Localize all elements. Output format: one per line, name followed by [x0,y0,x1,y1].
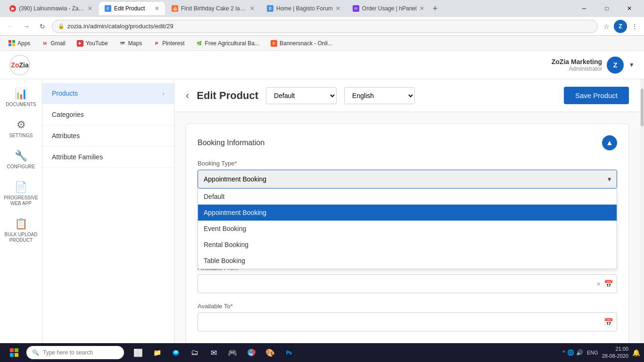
dropdown-option-event[interactable]: Event Booking [198,221,617,237]
user-avatar[interactable]: Z [607,57,624,74]
start-button[interactable] [4,344,25,361]
taskbar-right: ^ 🌐 🔊 ENG 21:00 28-08-2020 🔔 [562,346,640,360]
back-button[interactable]: ‹ [186,90,189,102]
collapse-button[interactable]: ▲ [602,135,617,150]
tab-favicon-4: B [267,5,273,12]
volume-icon[interactable]: 🔊 [576,349,583,356]
save-product-button[interactable]: Save Product [564,87,629,104]
tab-favicon-2: E [105,5,111,12]
sidebar-item-attribute-families[interactable]: Attribute Families [42,147,174,168]
bulk-upload-icon: 📋 [15,218,27,230]
calendar-icon[interactable]: 📅 [604,280,613,288]
sidebar-item-attributes[interactable]: Attributes [42,125,174,147]
bookmark-bannersnack[interactable]: B Bannersnack - Onli... [268,39,335,48]
bookmark-pinterest[interactable]: P Pinterest [150,39,187,48]
refresh-btn[interactable]: ↻ [36,20,49,33]
url-bar[interactable]: 🔒 zozia.in/admin/catalog/products/edit/2… [52,20,598,33]
taskbar-search-input[interactable] [43,349,118,356]
dropdown-option-table[interactable]: Table Booking [198,253,617,269]
configure-icon: 🔧 [15,150,27,162]
minimize-btn[interactable]: ─ [573,0,595,17]
sidebar-item-documents[interactable]: 📊 DOCUMENTS [2,84,40,111]
profile-icon[interactable]: Z [614,20,627,33]
dropdown-option-default[interactable]: Default [198,189,617,205]
tab-bagisto[interactable]: B Home | Bagisto Forum ✕ [261,2,346,15]
booking-type-dropdown-list: Default Appointment Booking Event Bookin… [198,189,617,269]
tray-expand-icon[interactable]: ^ [562,349,565,356]
tab-close-2[interactable]: ✕ [155,5,159,12]
tab-close-5[interactable]: ✕ [420,5,424,12]
back-nav-btn[interactable]: ← [4,20,17,33]
tab-lalnunmawia[interactable]: ▶ (390) Lalnunmawia - Zawlr... ✕ [4,2,98,15]
bookmark-free-agri-label: Free Agricultural Ba... [205,40,259,47]
category-sidebar: Products › Categories Attributes Attribu… [42,79,174,343]
sidebar-item-settings[interactable]: ⚙ SETTINGS [2,115,40,142]
tab-birthday-cake[interactable]: 🎂 First Birthday Cake 2 layer-02 ✕ [166,2,260,15]
taskbar-paint-icon[interactable]: 🎨 [262,344,279,361]
sidebar-item-products[interactable]: Products › [42,83,174,104]
bookmark-youtube[interactable]: ▶ YouTube [74,39,111,48]
bookmark-apps[interactable]: Apps [6,39,33,48]
booking-type-select[interactable]: Default Appointment Booking Event Bookin… [198,170,617,189]
notifications-icon[interactable]: 🔔 [632,349,640,356]
dropdown-option-rental[interactable]: Rental Booking [198,237,617,253]
maximize-btn[interactable]: □ [596,0,618,17]
available-to-input[interactable] [198,313,617,331]
bookmarks-bar: Apps M Gmail ▶ YouTube 🗺 Maps P Pinteres… [0,36,644,51]
taskbar-search-box[interactable]: 🔍 [26,346,124,359]
products-chevron: › [162,90,165,97]
logo-icon: ZoZia [9,55,30,75]
dropdown-option-appointment[interactable]: Appointment Booking [198,205,617,221]
section-header: Booking Information ▲ [198,135,617,150]
taskbar-explorer-icon[interactable]: 🗂 [186,344,203,361]
tab-favicon-1: ▶ [9,5,16,12]
new-tab-btn[interactable]: + [433,4,438,14]
url-text: zozia.in/admin/catalog/products/edit/29 [67,23,592,30]
taskbar-ps-icon[interactable]: Ps [281,344,297,361]
available-to-icons: 📅 [604,318,613,327]
menu-icon[interactable]: ⋮ [629,21,640,32]
bookmark-maps[interactable]: 🗺 Maps [116,39,145,48]
sidebar-item-pwa[interactable]: 📄 PROGRESSIVE WEB APP [2,177,40,210]
bookmark-free-agri[interactable]: 🌿 Free Agricultural Ba... [193,39,262,48]
bookmark-apps-label: Apps [17,40,30,47]
tab-close-3[interactable]: ✕ [250,5,255,12]
network-icon[interactable]: 🌐 [567,349,574,356]
gmail-favicon: M [41,40,48,47]
taskbar-files-icon[interactable]: 📁 [149,344,165,361]
locale-select[interactable]: English French Spanish Arabic [344,87,415,104]
available-to-calendar-icon[interactable]: 📅 [604,318,613,327]
user-name: ZoZia Marketing [552,58,602,66]
configure-label: CONFIGURE [7,164,35,170]
icon-sidebar: 📊 DOCUMENTS ⚙ SETTINGS 🔧 CONFIGURE 📄 PRO… [0,79,42,343]
right-scrollbar[interactable] [640,79,644,343]
documents-icon: 📊 [15,88,27,100]
forward-nav-btn[interactable]: → [20,20,33,33]
taskbar: 🔍 ⬜ 📁 🗂 ✉ 🎮 🎨 Ps [0,343,644,362]
tab-close-4[interactable]: ✕ [336,5,340,12]
taskbar-chrome-icon[interactable] [243,344,260,361]
taskbar-game-icon[interactable]: 🎮 [224,344,241,361]
close-btn[interactable]: ✕ [619,0,640,17]
chrome-logo [247,348,256,357]
user-dropdown-icon[interactable]: ▼ [628,61,635,68]
sidebar-item-configure[interactable]: 🔧 CONFIGURE [2,146,40,173]
bookmark-icon[interactable]: ☆ [601,21,612,32]
tab-close-1[interactable]: ✕ [88,5,92,12]
bookmark-gmail[interactable]: M Gmail [39,39,68,48]
clear-icon[interactable]: ✕ [596,280,601,287]
booking-type-group: Booking Type* Default Appointment Bookin… [198,160,617,189]
booking-type-select-container[interactable]: Default Appointment Booking Event Bookin… [198,170,617,189]
sidebar-item-bulk-upload[interactable]: 📋 BULK UPLOAD PRODUCT [2,214,40,247]
app-header: ZoZia ZoZia Marketing Administrator Z ▼ [0,51,644,79]
taskbar-cortana-icon[interactable]: ⬜ [130,344,147,361]
sidebar-item-categories[interactable]: Categories [42,104,174,125]
available-from-input[interactable] [198,274,617,293]
taskbar-edge-icon[interactable] [167,344,184,361]
settings-icon: ⚙ [17,119,26,131]
tab-hpanel[interactable]: H Order Usage | hPanel ✕ [347,2,430,15]
channel-select[interactable]: Default Channel 1 Channel 2 [266,87,337,104]
taskbar-mail-icon[interactable]: ✉ [205,344,222,361]
available-from-icons: ✕ 📅 [596,280,613,288]
tab-edit-product[interactable]: E Edit Product ✕ [99,2,165,15]
